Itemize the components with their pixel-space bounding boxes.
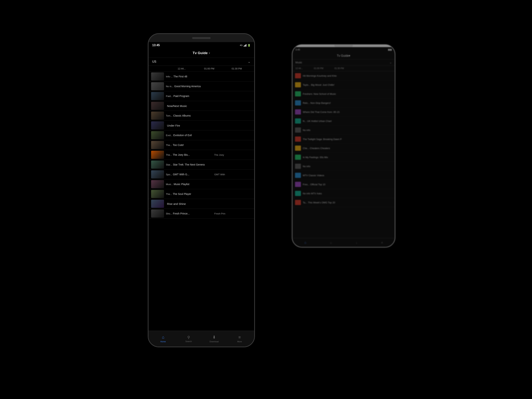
- chevron-down-icon: ⌄: [248, 60, 250, 64]
- back-row: Fres... Official Top 10: [292, 180, 395, 189]
- back-t2: 01:00 PM: [314, 67, 323, 70]
- back-prog: Fres... Official Top 10: [303, 183, 392, 186]
- table-row[interactable]: Musi... Music Playlist: [149, 179, 254, 189]
- back-phone-notch: [334, 45, 353, 47]
- battery-icon: 🔋: [247, 44, 250, 47]
- main-prog: GMT With G...: [173, 173, 214, 176]
- current-prog: Tom...: [166, 114, 172, 117]
- app-title: Tv Guide ▾: [193, 51, 210, 55]
- table-row[interactable]: Spo... GMT With G... GMT With: [149, 170, 254, 179]
- main-prog: Evolution of Evil: [173, 134, 214, 137]
- back-chevron: ⌄: [390, 61, 392, 64]
- table-row[interactable]: Tom... Classic Albums: [149, 111, 254, 121]
- nav-more[interactable]: ≡ More: [227, 333, 252, 344]
- back-prog: MTV Classic Videos: [303, 174, 392, 177]
- back-prog: Freshers: New School of Music: [303, 93, 392, 95]
- channel-thumb: [151, 131, 164, 139]
- channel-thumb: [151, 151, 164, 159]
- programs-cell: The... Too Cute!: [164, 144, 254, 146]
- table-row[interactable]: No in... Good Morning America: [149, 82, 254, 91]
- nav-download-label: Download: [210, 341, 219, 343]
- scene: 3:45 ▮▮▮ Tv Guide ▾ Music ⌄ 12:44... 01:…: [137, 33, 395, 366]
- table-row[interactable]: Under Fire: [149, 121, 254, 130]
- back-row: Relo... Non-Stop Bangerz!: [292, 98, 395, 108]
- back-prog: The Twilight Saga: Breaking Dawn P: [303, 138, 392, 140]
- back-battery: ▮▮▮: [388, 48, 392, 51]
- back-row: Ta... This Week's OMG Top 20: [292, 198, 395, 207]
- speaker: [192, 37, 211, 39]
- table-row[interactable]: Paid... Paid Program: [149, 91, 254, 101]
- programs-cell: Spo... GMT With G... GMT With: [164, 173, 254, 176]
- back-prog: In My Feelings: 00s Mix: [303, 156, 392, 159]
- nav-more-label: More: [237, 341, 242, 343]
- back-header: Tv Guide ▾: [292, 52, 395, 59]
- more-icon: ≡: [239, 335, 241, 340]
- current-prog: Sho...: [166, 212, 172, 215]
- current-prog: No in...: [166, 85, 173, 88]
- current-prog: The...: [166, 193, 172, 196]
- back-prog: No info MTV Asks: [303, 192, 392, 195]
- back-row: No info MTV Asks: [292, 189, 395, 198]
- programs-cell: Sho... Fresh Prince... Fresh Prin: [164, 212, 254, 215]
- channel-thumb: [151, 160, 164, 169]
- main-prog: Classic Albums: [173, 114, 214, 117]
- table-row[interactable]: The... The Joey Bis... The Joey: [149, 150, 254, 160]
- download-icon: ⬇: [212, 335, 216, 340]
- back-status-bar: 3:45 ▮▮▮: [292, 47, 395, 52]
- table-row[interactable]: Sho... Fresh Prince... Fresh Prin: [149, 209, 254, 219]
- main-prog: The Soul Player: [173, 192, 213, 196]
- main-prog: Rise and Shine: [167, 202, 186, 205]
- back-nav: ⌂ ⌕ ↓ ≡: [292, 238, 395, 247]
- back-row: No info: [292, 126, 395, 135]
- table-row[interactable]: Evol... Evolution of Evil: [149, 130, 254, 140]
- table-row[interactable]: Now/Next Music: [149, 101, 254, 111]
- back-row: Freshers: New School of Music: [292, 89, 395, 98]
- back-t3: 01:30 PM: [334, 67, 344, 70]
- nav-search-label: Search: [185, 340, 192, 342]
- data-icon: 4G: [240, 44, 242, 46]
- main-prog: The First 48: [173, 75, 214, 78]
- front-screen: Tv Guide ▾ US ⌄ 12:44... 01:00 PM 01:30 …: [149, 48, 254, 347]
- phone-front: 13:45 4G 🔋 Tv Guide ▾ US ⌄: [148, 33, 255, 347]
- current-prog: The...: [166, 144, 172, 146]
- front-status-bar: 13:45 4G 🔋: [149, 42, 254, 48]
- back-row: N... UK Hotlist Urban Chart: [292, 117, 395, 126]
- main-prog: Star Trek: The Next Genera: [173, 163, 221, 166]
- back-prog: N... UK Hotlist Urban Chart: [303, 120, 392, 122]
- time-col-2: 01:00 PM: [196, 67, 223, 70]
- channel-thumb: [151, 102, 164, 110]
- main-prog: Under Fire: [167, 124, 180, 127]
- table-row[interactable]: The... Too Cute!: [149, 140, 254, 150]
- back-row: No info: [292, 162, 395, 171]
- back-phone-screen: 3:45 ▮▮▮ Tv Guide ▾ Music ⌄ 12:44... 01:…: [292, 47, 395, 247]
- table-row[interactable]: Rise and Shine: [149, 199, 254, 209]
- back-row: In My Feelings: 00s Mix: [292, 153, 395, 162]
- programs-cell: No in... Good Morning America: [164, 85, 254, 88]
- back-row: The Twilight Saga: Breaking Dawn P: [292, 135, 395, 144]
- app-header[interactable]: Tv Guide ▾: [149, 48, 254, 58]
- back-prog: Hit Mornings Kourtney and Khlo: [303, 75, 392, 77]
- current-prog: Evol...: [166, 134, 172, 137]
- back-t1: 12:44...: [295, 67, 303, 70]
- table-row[interactable]: Info-... The First 48: [149, 72, 254, 82]
- table-row[interactable]: Star... Star Trek: The Next Genera: [149, 160, 254, 170]
- programs-cell: Under Fire: [164, 124, 254, 127]
- table-row[interactable]: The... The Soul Player: [149, 189, 254, 199]
- current-prog: The...: [166, 153, 172, 156]
- current-prog: Paid...: [166, 95, 173, 98]
- back-row: MTV Classic Videos: [292, 171, 395, 180]
- channel-thumb: [151, 190, 164, 198]
- nav-download[interactable]: ⬇ Download: [201, 333, 227, 344]
- current-prog: Info-...: [166, 75, 173, 78]
- main-prog: Paid Program: [173, 95, 214, 98]
- nav-home[interactable]: ⌂ Home: [150, 333, 176, 344]
- nav-search[interactable]: ⚲ Search: [176, 334, 201, 344]
- main-prog: Too Cute!: [173, 144, 213, 146]
- nav-home-label: Home: [160, 341, 166, 343]
- back-nav-download-icon: ↓: [356, 241, 357, 244]
- home-indicator: [149, 347, 254, 347]
- region-filter[interactable]: US ⌄: [149, 58, 254, 66]
- channel-thumb: [151, 141, 164, 149]
- back-row: Taylo... Big Mood: Just Chillin': [292, 80, 395, 89]
- main-prog: Good Morning America: [174, 85, 215, 88]
